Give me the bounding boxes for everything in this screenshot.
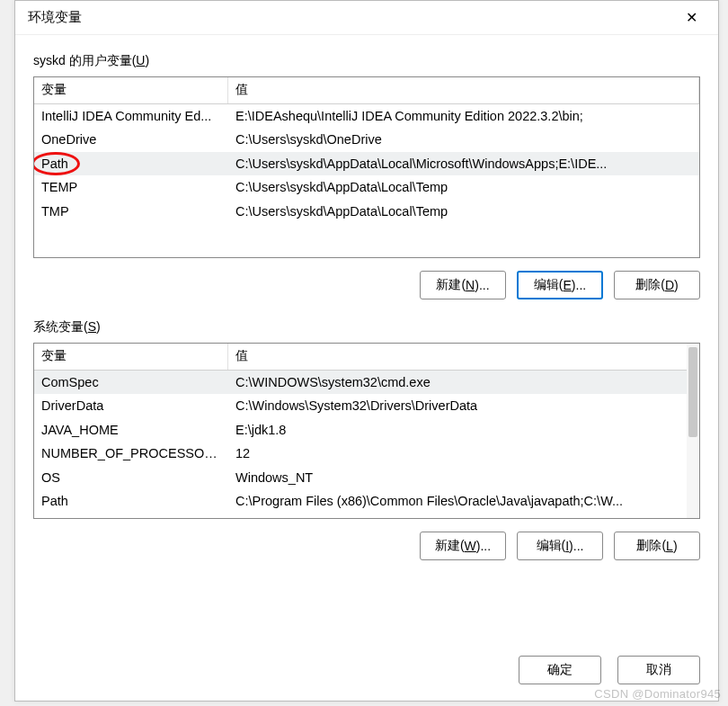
var-value: C:\WINDOWS\system32\cmd.exe	[228, 371, 699, 393]
system-vars-list[interactable]: 变量 值 ComSpecC:\WINDOWS\system32\cmd.exeD…	[33, 343, 700, 519]
system-vars-header: 变量 值	[34, 344, 699, 371]
system-vars-label: 系统变量(S)	[33, 319, 700, 335]
user-vars-buttons: 新建(N)... 编辑(E)... 删除(D)	[33, 271, 700, 299]
close-icon[interactable]: ✕	[673, 1, 709, 34]
user-vars-header: 变量 值	[34, 77, 699, 104]
cancel-button[interactable]: 取消	[617, 656, 700, 684]
var-value: C:\Users\syskd\OneDrive	[228, 129, 699, 150]
var-value: C:\Users\syskd\AppData\Local\Temp	[228, 176, 699, 198]
user-delete-button[interactable]: 删除(D)	[614, 271, 700, 299]
var-name: TMP	[34, 201, 228, 222]
system-vars-buttons: 新建(W)... 编辑(I)... 删除(L)	[33, 532, 700, 560]
var-name: NUMBER_OF_PROCESSORS	[34, 442, 228, 464]
col-header-name[interactable]: 变量	[34, 344, 228, 370]
var-value: C:\Users\syskd\AppData\Local\Temp	[228, 201, 699, 222]
system-new-button[interactable]: 新建(W)...	[420, 532, 506, 560]
user-new-button[interactable]: 新建(N)...	[420, 271, 506, 299]
var-name: TEMP	[34, 176, 228, 198]
dialog-content: syskd 的用户变量(U) 变量 值 IntelliJ IDEA Commun…	[15, 35, 718, 645]
var-name: ComSpec	[34, 371, 228, 393]
var-value: C:\Windows\System32\Drivers\DriverData	[228, 395, 699, 416]
titlebar: 环境变量 ✕	[15, 1, 718, 35]
var-name: OS	[34, 467, 228, 488]
scrollbar-thumb[interactable]	[688, 347, 697, 437]
ok-button[interactable]: 确定	[519, 656, 601, 684]
var-name: IntelliJ IDEA Community Ed...	[34, 105, 228, 127]
var-value: E:\IDEAshequ\IntelliJ IDEA Community Edi…	[228, 105, 699, 127]
var-value: Windows_NT	[228, 467, 699, 488]
table-row[interactable]: OneDriveC:\Users\syskd\OneDrive	[34, 128, 699, 151]
user-edit-button[interactable]: 编辑(E)...	[517, 271, 603, 299]
var-value: E:\jdk1.8	[228, 419, 699, 441]
table-row[interactable]: TEMPC:\Users\syskd\AppData\Local\Temp	[34, 175, 699, 199]
col-header-value[interactable]: 值	[228, 77, 699, 103]
scrollbar[interactable]	[687, 344, 699, 518]
system-delete-button[interactable]: 删除(L)	[614, 532, 700, 560]
var-name: Path	[34, 153, 228, 174]
table-row[interactable]: PATHEXT.COM;.EXE;.BAT;.CMD;.VBS;.VBE;.JS…	[34, 514, 699, 519]
watermark: CSDN @Dominator945	[594, 687, 721, 701]
table-row[interactable]: ComSpecC:\WINDOWS\system32\cmd.exe	[34, 371, 699, 394]
table-row[interactable]: PathC:\Program Files (x86)\Common Files\…	[34, 489, 699, 513]
table-row[interactable]: JAVA_HOMEE:\jdk1.8	[34, 418, 699, 442]
var-value: .COM;.EXE;.BAT;.CMD;.VBS;.VBE;.JS;.JSE;.…	[228, 514, 699, 519]
var-name: JAVA_HOME	[34, 419, 228, 441]
var-name: Path	[34, 490, 228, 512]
table-row[interactable]: DriverDataC:\Windows\System32\Drivers\Dr…	[34, 394, 699, 417]
table-row[interactable]: NUMBER_OF_PROCESSORS12	[34, 442, 699, 465]
var-name: PATHEXT	[34, 514, 228, 519]
var-value: C:\Users\syskd\AppData\Local\Microsoft\W…	[228, 153, 699, 174]
window-title: 环境变量	[28, 9, 673, 26]
table-row[interactable]: IntelliJ IDEA Community Ed...E:\IDEAsheq…	[34, 104, 699, 128]
user-vars-list[interactable]: 变量 值 IntelliJ IDEA Community Ed...E:\IDE…	[33, 76, 700, 258]
var-name: OneDrive	[34, 129, 228, 150]
col-header-value[interactable]: 值	[228, 344, 699, 370]
system-edit-button[interactable]: 编辑(I)...	[517, 532, 603, 560]
col-header-name[interactable]: 变量	[34, 77, 228, 103]
env-vars-dialog: 环境变量 ✕ syskd 的用户变量(U) 变量 值 IntelliJ IDEA…	[14, 0, 719, 702]
table-row[interactable]: PathC:\Users\syskd\AppData\Local\Microso…	[34, 152, 699, 175]
table-row[interactable]: TMPC:\Users\syskd\AppData\Local\Temp	[34, 200, 699, 223]
table-row[interactable]: OSWindows_NT	[34, 466, 699, 489]
var-value: C:\Program Files (x86)\Common Files\Orac…	[228, 490, 699, 512]
user-vars-label: syskd 的用户变量(U)	[33, 53, 700, 69]
var-value: 12	[228, 442, 699, 464]
var-name: DriverData	[34, 395, 228, 416]
